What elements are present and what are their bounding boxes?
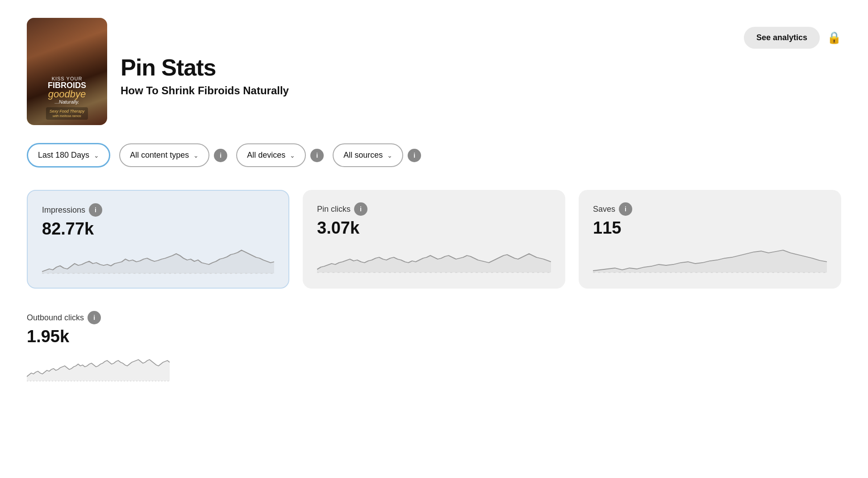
impressions-card: Impressions i 82.77k <box>27 190 289 289</box>
pin-image: Kiss your FIBROIDS goodbye ...Naturally.… <box>27 18 107 125</box>
impressions-label: Impressions i <box>42 203 274 217</box>
outbound-clicks-section: Outbound clicks i 1.95k <box>27 306 841 391</box>
saves-info-icon[interactable]: i <box>619 202 632 216</box>
outbound-clicks-sparkline <box>27 353 170 385</box>
pin-clicks-info-icon[interactable]: i <box>354 202 367 216</box>
sources-info-icon[interactable]: i <box>408 149 421 162</box>
outbound-clicks-value: 1.95k <box>27 327 841 346</box>
chevron-down-icon: ⌄ <box>387 152 392 159</box>
page-title: Pin Stats <box>121 55 289 80</box>
chevron-down-icon: ⌄ <box>290 152 295 159</box>
svg-marker-1 <box>42 250 274 273</box>
impressions-info-icon[interactable]: i <box>89 203 102 217</box>
svg-marker-5 <box>593 250 827 273</box>
lock-icon: 🔒 <box>827 31 841 45</box>
pin-clicks-label: Pin clicks i <box>317 202 551 216</box>
saves-card: Saves i 115 <box>579 190 841 289</box>
pin-subtitle: How To Shrink Fibroids Naturally <box>121 84 289 97</box>
outbound-clicks-label: Outbound clicks i <box>27 311 841 324</box>
filter-bar: Last 180 Days ⌄ All content types ⌄ i Al… <box>27 143 841 168</box>
date-range-dropdown[interactable]: Last 180 Days ⌄ <box>27 143 110 168</box>
devices-dropdown[interactable]: All devices ⌄ <box>236 143 306 167</box>
svg-marker-3 <box>317 254 551 273</box>
pin-clicks-sparkline <box>317 245 551 276</box>
saves-value: 115 <box>593 218 827 238</box>
devices-group: All devices ⌄ i <box>236 143 324 167</box>
devices-info-icon[interactable]: i <box>310 149 324 162</box>
see-analytics-button[interactable]: See analytics <box>744 27 820 49</box>
impressions-sparkline <box>42 246 274 277</box>
chevron-down-icon: ⌄ <box>193 152 199 159</box>
content-type-group: All content types ⌄ i <box>119 143 227 167</box>
sources-dropdown[interactable]: All sources ⌄ <box>333 143 403 167</box>
chevron-down-icon: ⌄ <box>94 152 99 159</box>
sources-group: All sources ⌄ i <box>333 143 421 167</box>
pin-clicks-value: 3.07k <box>317 218 551 238</box>
header-right: See analytics 🔒 <box>744 18 841 49</box>
outbound-clicks-info-icon[interactable]: i <box>88 311 101 324</box>
svg-marker-7 <box>27 360 170 381</box>
saves-sparkline <box>593 245 827 276</box>
stats-grid: Impressions i 82.77k Pin clicks i 3.07k … <box>27 190 841 289</box>
content-type-info-icon[interactable]: i <box>214 149 227 162</box>
saves-label: Saves i <box>593 202 827 216</box>
impressions-value: 82.77k <box>42 219 274 239</box>
header-left: Kiss your FIBROIDS goodbye ...Naturally.… <box>27 18 289 125</box>
pin-clicks-card: Pin clicks i 3.07k <box>303 190 565 289</box>
title-area: Pin Stats How To Shrink Fibroids Natural… <box>121 46 289 96</box>
content-type-dropdown[interactable]: All content types ⌄ <box>119 143 209 167</box>
header: Kiss your FIBROIDS goodbye ...Naturally.… <box>27 18 841 125</box>
